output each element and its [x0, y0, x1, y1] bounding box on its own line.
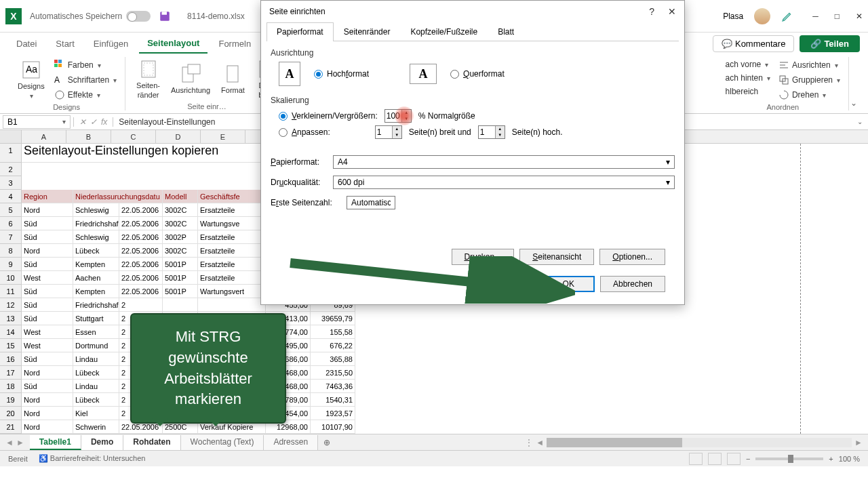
row-header[interactable]: 4: [0, 190, 22, 203]
table-cell[interactable]: Ersatzteile: [198, 271, 266, 285]
help-icon[interactable]: ?: [649, 6, 654, 17]
table-cell[interactable]: Essen: [73, 325, 119, 339]
table-cell[interactable]: Lübeck: [73, 366, 119, 380]
table-cell[interactable]: West: [22, 325, 73, 339]
table-cell[interactable]: 1923,57: [311, 407, 355, 420]
table-cell[interactable]: Kempten: [73, 285, 119, 298]
sheet-tab[interactable]: Wochentag (Text): [181, 435, 264, 450]
row-header[interactable]: 12: [0, 298, 22, 312]
ribbon-tab-datei[interactable]: Datei: [8, 35, 45, 53]
row-header[interactable]: 20: [0, 407, 22, 420]
table-cell[interactable]: 10107,90: [311, 420, 355, 434]
row-header[interactable]: 19: [0, 393, 22, 407]
table-cell[interactable]: Friedrichshaf: [73, 298, 119, 312]
table-cell[interactable]: Aachen: [73, 271, 119, 285]
table-cell[interactable]: Schleswig: [73, 203, 119, 217]
zoom-in-button[interactable]: +: [829, 455, 833, 463]
table-cell[interactable]: Stuttgart: [73, 312, 119, 325]
table-cell[interactable]: West: [22, 339, 73, 352]
pen-icon[interactable]: [781, 10, 793, 22]
table-header-cell[interactable]: Geschäftsfe: [198, 190, 266, 203]
zoom-value[interactable]: 100 %: [839, 455, 860, 463]
row-header[interactable]: 15: [0, 339, 22, 352]
scale-percent-spinner[interactable]: 100 ▲▼: [384, 109, 412, 123]
table-header-cell[interactable]: Modell: [163, 190, 198, 203]
table-cell[interactable]: 2315,50: [311, 366, 355, 380]
autosave-toggle[interactable]: Automatisches Speichern: [30, 11, 151, 22]
dialog-titlebar[interactable]: Seite einrichten ? ✕: [261, 1, 684, 22]
share-button[interactable]: 🔗 Teilen: [800, 35, 860, 52]
column-header[interactable]: D: [156, 130, 201, 143]
table-cell[interactable]: Ersatzteile: [198, 244, 266, 258]
table-cell[interactable]: 365,88: [311, 352, 355, 366]
zoom-out-button[interactable]: −: [746, 455, 750, 463]
sheet-tab[interactable]: Tabelle1: [30, 435, 81, 450]
cancel-button[interactable]: Abbrechen: [600, 276, 665, 292]
table-cell[interactable]: Nord: [22, 366, 73, 380]
format-button[interactable]: Format: [217, 57, 249, 101]
dialog-tab[interactable]: Kopfzeile/Fußzeile: [400, 22, 488, 41]
fit-width-spinner[interactable]: 1▲▼: [375, 125, 402, 139]
page-break-view-button[interactable]: [727, 453, 741, 465]
save-icon[interactable]: [159, 10, 171, 22]
accessibility-status[interactable]: ♿ Barrierefreiheit: Untersuchen: [39, 454, 146, 463]
dialog-tab[interactable]: Seitenränder: [334, 22, 401, 41]
row-header[interactable]: 10: [0, 271, 22, 285]
print-quality-dropdown[interactable]: 600 dpi▾: [333, 176, 675, 189]
table-cell[interactable]: Nord: [22, 203, 73, 217]
column-header[interactable]: B: [66, 130, 111, 143]
table-header-cell[interactable]: Niederlassuruchungsdatu: [73, 190, 163, 203]
table-cell[interactable]: [198, 298, 266, 312]
effects-button[interactable]: Effekte▾: [52, 88, 119, 102]
sheet-tab[interactable]: Rohdaten: [123, 435, 180, 450]
table-cell[interactable]: Nord: [22, 393, 73, 407]
maximize-icon[interactable]: □: [835, 12, 840, 21]
ribbon-tab-einfügen[interactable]: Einfügen: [85, 35, 136, 53]
row-header[interactable]: 21: [0, 420, 22, 434]
add-sheet-button[interactable]: ⊕: [318, 438, 336, 447]
select-all-corner[interactable]: [0, 130, 22, 143]
table-cell[interactable]: 22.05.2006: [119, 217, 163, 230]
page-layout-view-button[interactable]: [708, 453, 722, 465]
designs-button[interactable]: Aa Designs▾: [14, 57, 49, 102]
orientation-button[interactable]: Ausrichtung: [167, 57, 214, 101]
table-cell[interactable]: 22.05.2006: [119, 258, 163, 271]
table-cell[interactable]: Wartungsvert: [198, 285, 266, 298]
table-cell[interactable]: Ersatzteile: [198, 203, 266, 217]
table-cell[interactable]: 22.05.2006: [119, 271, 163, 285]
table-cell[interactable]: West: [22, 271, 73, 285]
table-cell[interactable]: 3002C: [163, 203, 198, 217]
send-backward-button[interactable]: ach hinten▾: [723, 72, 773, 84]
table-cell[interactable]: Kempten: [73, 258, 119, 271]
sheet-tab[interactable]: Demo: [81, 435, 123, 450]
formula-controls[interactable]: ✕✓fx: [73, 117, 113, 127]
row-header[interactable]: 5: [0, 203, 22, 217]
name-box[interactable]: B1▾: [3, 115, 71, 129]
table-cell[interactable]: 39659,79: [311, 312, 355, 325]
fit-to-radio[interactable]: Anpassen:: [279, 127, 330, 137]
landscape-radio[interactable]: Querformat: [450, 69, 505, 79]
table-cell[interactable]: Schleswig: [73, 230, 119, 244]
row-header[interactable]: 13: [0, 312, 22, 325]
align-button[interactable]: Ausrichten▾: [776, 58, 843, 72]
table-cell[interactable]: Süd: [22, 380, 73, 393]
portrait-radio[interactable]: Hochformat: [314, 69, 369, 79]
table-cell[interactable]: Nord: [22, 244, 73, 258]
row-header[interactable]: 9: [0, 258, 22, 271]
margins-button[interactable]: Seiten- ränder: [132, 57, 164, 101]
sheet-nav[interactable]: ◄►: [0, 438, 30, 447]
table-cell[interactable]: Wartungsve: [198, 217, 266, 230]
table-cell[interactable]: Lindau: [73, 352, 119, 366]
row-header[interactable]: 16: [0, 352, 22, 366]
minimize-icon[interactable]: ─: [812, 12, 818, 21]
row-header[interactable]: 18: [0, 380, 22, 393]
table-cell[interactable]: 22.05.2006: [119, 203, 163, 217]
row-header[interactable]: 7: [0, 230, 22, 244]
normal-view-button[interactable]: [689, 453, 703, 465]
table-cell[interactable]: Schwerin: [73, 420, 119, 434]
scale-zoom-radio[interactable]: Verkleinern/Vergrößern:: [279, 111, 378, 121]
table-cell[interactable]: Süd: [22, 285, 73, 298]
table-cell[interactable]: Süd: [22, 312, 73, 325]
ribbon-tab-formeln[interactable]: Formeln: [210, 35, 259, 53]
first-page-input[interactable]: [347, 196, 395, 209]
